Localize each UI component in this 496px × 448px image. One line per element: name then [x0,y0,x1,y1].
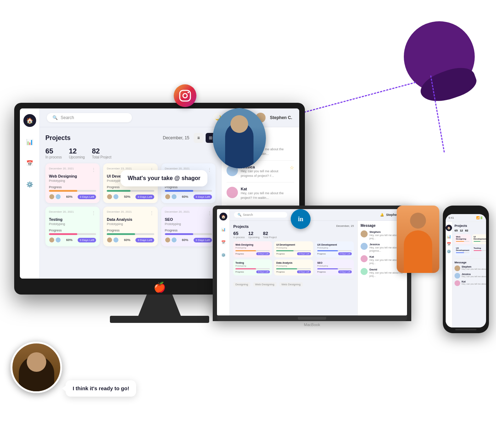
phone-messages: Message Stephen Hey, can you tell me abo… [455,258,486,286]
mini-proj-date: December, 15 [336,224,354,229]
speech-bubble-arrow [62,386,66,391]
laptop-screen-frame: 🏠 📊 📅 ⚙️ 🔍 Search 🔔 Stephen C. [213,206,411,321]
mini-search[interactable]: 🔍 Search [234,212,287,218]
view-icons: ≡ ⊞ [194,133,216,143]
phone-card-0[interactable]: Web Designing [455,234,471,244]
mini-sidebar: 🏠 📊 📅 ⚙️ [217,209,230,315]
mini-project-card-1[interactable]: UI Development Prototyping Progress 3 Da… [274,241,313,257]
tag-web2: Web Designing [279,282,303,287]
mini-stat-2: 12 Upcoming [248,231,260,239]
mini-proj-title: Projects [233,224,249,229]
svg-point-2 [188,92,189,94]
phone-card-2[interactable]: UX Development [455,246,471,256]
phone-projects-title: Projects [455,224,486,228]
mini-search-placeholder: Search [243,213,253,217]
projects-panel: Projects December, 15 ≡ ⊞ 6 [40,127,221,279]
search-icon: 🔍 [52,115,58,120]
projects-header: Projects December, 15 ≡ ⊞ [45,133,216,143]
mini-projects-grid: Web Designing Prototyping Progress 3 Day… [233,241,354,275]
phone-notch [457,208,475,213]
sidebar-icon-home[interactable]: 🏠 [23,114,36,127]
phone-sidebar-chart[interactable]: 📊 [447,235,451,239]
laptop-base [217,315,407,321]
phone-time: 9:41 [448,216,454,219]
mini-project-card-0[interactable]: Web Designing Prototyping Progress 3 Day… [233,241,272,257]
phone-sidebar-cal[interactable]: 📅 [447,242,451,246]
floating-person-right [397,206,439,273]
mini-project-card-3[interactable]: Testing Prototyping Progress 3 Days Left [233,259,272,275]
stat-in-process-label: In process [45,155,62,159]
search-bar[interactable]: 🔍 Search [47,113,132,122]
svg-point-1 [183,94,187,98]
phone-stats: 65 12 82 [455,229,486,232]
mini-main-area: 🔍 Search 🔔 Stephen C. Projects [230,209,407,315]
mini-projects: Projects December, 15 65 In process 12 [230,221,357,315]
phone-msg-title: Message [455,261,486,264]
floating-chat-text: What's your take @ shagor [128,175,200,181]
phone-sidebar-home[interactable]: 🏠 [446,225,452,231]
mini-stat-3: 82 Total Project [263,231,277,239]
phone-app: 9:41 📶🔋 🏠 📊 📅 ⚙️ Projects [446,214,486,327]
mini-sidebar-settings[interactable]: ⚙️ [219,251,227,259]
tag-designing: Designing [233,282,250,287]
stat-upcoming: 12 Upcoming [69,147,85,159]
stat-upcoming-num: 12 [69,147,85,155]
floating-chat-bubble: What's your take @ shagor [121,170,207,186]
dashed-line-1 [285,82,416,118]
mini-content: Projects December, 15 65 In process 12 [230,221,407,315]
stat-total-label: Total Project [92,155,111,159]
mini-bottom-tags: Designing Web Designing Web Designing [233,279,354,287]
mini-sidebar-home[interactable]: 🏠 [219,213,227,220]
mini-sidebar-chart[interactable]: 📊 [219,225,227,233]
phone-msg-1[interactable]: Jessica Hey, can you tell me abou... [455,273,486,279]
project-card-5[interactable]: December 20, 2021 ⋮ SEO Prototyping Prog… [161,207,216,246]
stat-total: 82 Total Project [92,147,111,159]
sidebar-icon-settings[interactable]: ⚙️ [23,178,36,191]
laptop-label: MacBook [213,323,411,327]
floating-person-photo [213,108,266,168]
sidebar-icon-calendar[interactable]: 📅 [23,157,36,169]
phone-msg-list: Stephen Hey, can you tell me abou... Jes… [455,265,486,286]
instagram-badge[interactable] [174,84,196,107]
laptop-screen: 🏠 📊 📅 ⚙️ 🔍 Search 🔔 Stephen C. [217,209,407,315]
speech-bubble: I think it's ready to go! [66,380,136,397]
user-name-label: Stephen C. [270,115,292,120]
project-card-0[interactable]: December 20, 2021 ⋮ Web Designing Protot… [45,163,100,203]
mini-app-laptop: 🏠 📊 📅 ⚙️ 🔍 Search 🔔 Stephen C. [217,209,407,315]
mini-project-card-4[interactable]: Data Analysis Prototyping Progress 3 Day… [274,259,313,275]
phone-msg-0[interactable]: Stephen Hey, can you tell me abou... [455,265,486,271]
mini-project-card-5[interactable]: SEO Prototyping Progress 3 Days Left [315,259,354,275]
phone-sidebar: 🏠 📊 📅 ⚙️ [446,222,452,327]
projects-date: December, 15 [163,135,189,140]
monitor-stand [138,295,181,316]
list-view-icon[interactable]: ≡ [194,133,204,143]
linkedin-badge[interactable]: in [291,209,311,229]
phone-app-header: 9:41 📶🔋 [446,214,486,222]
person-photo-bottom-left [11,342,62,393]
mini-sidebar-cal[interactable]: 📅 [219,238,227,246]
sidebar-icon-chart[interactable]: 📊 [23,135,36,148]
laptop-notch [298,317,326,320]
monitor-base [110,316,209,323]
message-item-2[interactable]: Kat Hey, can you tell me about the proje… [227,187,294,205]
mini-stat-1: 65 In process [233,231,245,239]
mini-stats: 65 In process 12 Upcoming 82 Total Proje… [233,231,354,239]
projects-title: Projects [45,134,71,142]
stat-in-process-num: 65 [45,147,62,155]
phone-status: 📶🔋 [476,216,483,219]
phone-content: 🏠 📊 📅 ⚙️ Projects 65 12 82 [446,222,486,327]
speech-bubble-text: I think it's ready to go! [73,385,129,391]
phone-card-1[interactable]: UI Development [472,234,486,244]
laptop-mockup: 🏠 📊 📅 ⚙️ 🔍 Search 🔔 Stephen C. [213,206,411,327]
phone-msg-2[interactable]: Kat Hey, can you tell me abou... [455,280,486,286]
stat-total-num: 82 [92,147,111,155]
project-card-3[interactable]: December 20, 2021 ⋮ Testing Prototyping … [45,207,100,246]
mini-project-card-2[interactable]: UX Development Prototyping Progress 3 Da… [315,241,354,257]
project-card-4[interactable]: December 20, 2021 ⋮ Data Analysis Protot… [103,207,157,246]
phone-frame: 9:41 📶🔋 🏠 📊 📅 ⚙️ Projects [443,206,489,333]
phone-sidebar-settings[interactable]: ⚙️ [447,250,451,253]
phone-grid: Web Designing UI Development UX Developm… [455,234,486,256]
search-placeholder: Search [61,115,74,120]
phone-card-3[interactable]: Testing [472,246,486,256]
phone-mockup: 9:41 📶🔋 🏠 📊 📅 ⚙️ Projects [443,206,489,333]
